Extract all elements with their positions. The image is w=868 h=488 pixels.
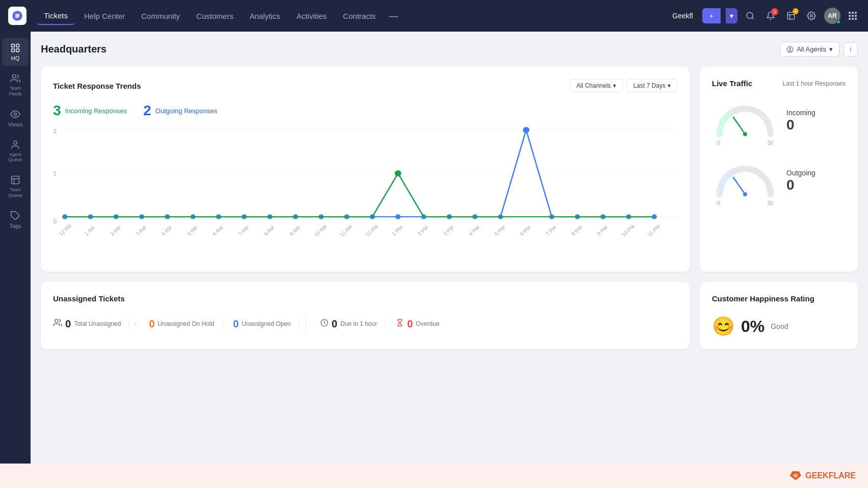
search-button[interactable] [743, 8, 758, 23]
svg-rect-6 [12, 49, 15, 52]
svg-text:9 AM: 9 AM [289, 225, 301, 237]
svg-text:11 AM: 11 AM [339, 224, 353, 237]
overdue-num: 0 [407, 318, 413, 330]
apps-button[interactable] [846, 9, 860, 23]
total-unassigned-item: 0 Total Unassigned [53, 318, 130, 330]
svg-text:10 AM: 10 AM [313, 224, 328, 237]
svg-text:10 PM: 10 PM [621, 224, 635, 238]
live-traffic-subtitle: Last 1 hour Responses [783, 80, 846, 87]
outgoing-count: 2 [143, 102, 151, 119]
agents-filter-caret: ▾ [829, 45, 833, 53]
svg-line-72 [733, 177, 745, 194]
nav-help-center[interactable]: Help Center [77, 8, 132, 24]
sidebar-item-tags[interactable]: Tags [2, 206, 29, 234]
incoming-gauge-max: 50 [768, 140, 773, 146]
settings-button[interactable] [804, 8, 819, 23]
smiley-icon: 😊 [712, 316, 735, 337]
info-button[interactable]: i [844, 42, 858, 57]
on-hold-item: 0 Unassigned On Hold [141, 318, 223, 330]
svg-text:12 PM: 12 PM [364, 224, 379, 238]
compose-button[interactable]: ✦ [783, 8, 799, 23]
svg-text:4 AM: 4 AM [160, 225, 173, 237]
outgoing-stat: 2 Outgoing Responses [143, 102, 217, 119]
nav-activities[interactable]: Activities [289, 8, 334, 24]
sidebar-item-hq[interactable]: HQ [2, 38, 29, 66]
notifications-button[interactable]: 2 [763, 8, 778, 23]
svg-point-73 [743, 192, 747, 196]
svg-text:2: 2 [53, 127, 57, 134]
due-num: 0 [331, 318, 337, 330]
incoming-gauge-min: 0 [717, 140, 720, 146]
svg-text:1 AM: 1 AM [84, 225, 96, 237]
svg-text:6 PM: 6 PM [519, 225, 532, 237]
total-unassigned-num: 0 [65, 318, 71, 330]
unassigned-tickets-card: Unassigned Tickets 0 Total Unassigned [41, 282, 690, 349]
live-traffic-card: Live Traffic Last 1 hour Responses [700, 67, 858, 272]
outgoing-gauge [712, 156, 778, 199]
nav-customers[interactable]: Customers [189, 8, 241, 24]
incoming-value: 0 [786, 117, 815, 133]
nav-contracts[interactable]: Contracts [336, 8, 383, 24]
outgoing-gauge-max: 50 [768, 200, 773, 206]
svg-text:8 AM: 8 AM [263, 225, 275, 237]
apps-grid-icon [849, 12, 857, 20]
on-hold-label: Unassigned On Hold [158, 320, 214, 327]
outgoing-gauge-section: 0 50 Outgoing 0 [712, 156, 846, 206]
open-label: Unassigned Open [242, 320, 291, 327]
sidebar-item-agent-queue[interactable]: Agent Queue [2, 135, 29, 168]
arrow-divider-1: › [134, 319, 137, 329]
footer: G GEEKFLARE [0, 464, 868, 488]
svg-point-9 [14, 113, 17, 115]
sidebar-label-tags: Tags [9, 223, 21, 229]
svg-point-3 [810, 15, 813, 17]
sidebar-label-views: Views [8, 121, 22, 127]
svg-text:11 PM: 11 PM [646, 224, 661, 238]
on-hold-num: 0 [149, 318, 155, 330]
channels-filter[interactable]: All Channels ▾ [570, 79, 622, 92]
happiness-label: Good [771, 322, 788, 330]
svg-point-71 [743, 132, 747, 136]
unassigned-stats: 0 Total Unassigned › 0 Unassigned On Hol… [53, 314, 677, 334]
app-logo[interactable] [8, 7, 27, 25]
svg-text:2 AM: 2 AM [109, 225, 122, 237]
open-num: 0 [233, 318, 239, 330]
nav-more[interactable]: — [385, 11, 402, 21]
svg-point-34 [395, 214, 400, 219]
total-unassigned-label: Total Unassigned [74, 320, 121, 327]
sidebar-item-team-queue[interactable]: Team Queue [2, 170, 29, 203]
incoming-count: 3 [53, 102, 61, 119]
svg-rect-4 [12, 44, 15, 47]
svg-text:1 PM: 1 PM [391, 225, 404, 237]
nav-analytics[interactable]: Analytics [242, 8, 287, 24]
overdue-label: Overdue [416, 320, 440, 327]
agents-filter[interactable]: All Agents ▾ [780, 42, 839, 57]
user-avatar[interactable]: AR [824, 8, 840, 24]
incoming-gauge [712, 96, 778, 139]
bottom-cards-row: Unassigned Tickets 0 Total Unassigned [41, 282, 858, 349]
svg-point-1 [747, 12, 753, 18]
nav-tickets[interactable]: Tickets [37, 7, 75, 25]
outgoing-value: 0 [786, 177, 815, 193]
sidebar-item-team-feeds[interactable]: Team Feeds [2, 68, 29, 102]
svg-point-10 [14, 141, 17, 144]
outgoing-label: Outgoing Responses [156, 107, 217, 115]
svg-text:0: 0 [53, 218, 57, 225]
outgoing-label: Outgoing [786, 169, 815, 177]
incoming-label: Incoming [786, 109, 815, 117]
sidebar-item-views[interactable]: Views [2, 104, 29, 133]
nav-community[interactable]: Community [134, 8, 187, 24]
main-content: Headquarters All Agents ▾ i Ticket Respo… [31, 32, 868, 464]
new-button[interactable]: + [702, 8, 721, 23]
sidebar-label-hq: HQ [11, 55, 20, 61]
sidebar-label-agent-queue: Agent Queue [6, 152, 24, 163]
stats-row: 3 Incoming Responses 2 Outgoing Response… [53, 102, 677, 119]
new-caret-button[interactable]: ▾ [726, 8, 737, 23]
happiness-card: Customer Happiness Rating 😊 0% Good [700, 282, 858, 349]
svg-rect-5 [16, 44, 19, 47]
svg-text:G: G [795, 474, 797, 477]
svg-text:9 PM: 9 PM [596, 225, 608, 237]
sidebar-label-team-feeds: Team Feeds [6, 86, 24, 97]
due-item: 0 Due in 1 hour [312, 318, 386, 330]
period-filter[interactable]: Last 7 Days ▾ [627, 79, 677, 92]
svg-point-74 [55, 319, 58, 322]
